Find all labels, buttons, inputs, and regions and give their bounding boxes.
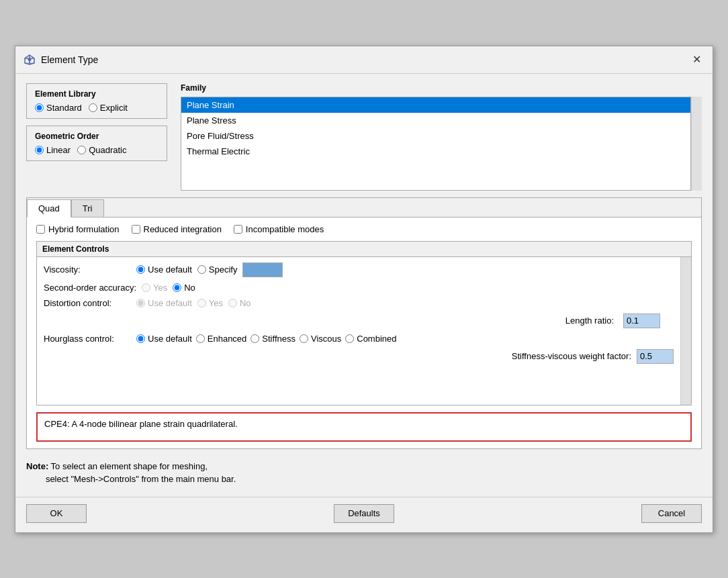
title-bar: Element Type ✕ [15, 46, 713, 74]
stiffness-viscous-row: Stiffness-viscous weight factor: [44, 349, 674, 364]
family-label: Family [181, 83, 702, 93]
incompatible-modes-check[interactable]: Incompatible modes [234, 224, 324, 234]
distortion-use-default[interactable]: Use default [136, 298, 192, 308]
element-controls-title: Element Controls [37, 242, 691, 257]
hourglass-viscous[interactable]: Viscous [300, 334, 341, 344]
reduced-integration-check[interactable]: Reduced integration [132, 224, 222, 234]
dialog-content: Element Library Standard Explicit Geomet… [15, 74, 713, 497]
defaults-group: Defaults [334, 504, 394, 523]
controls-inner: Viscosity: Use default Specify [37, 257, 680, 405]
viscosity-specify-input[interactable] [242, 262, 283, 277]
linear-radio[interactable]: Linear [35, 145, 71, 155]
element-library-label: Element Library [35, 89, 158, 99]
second-order-row: Second-order accuracy: Yes No [44, 283, 674, 293]
geometric-order-options: Linear Quadratic [35, 145, 158, 155]
family-panel: Family Plane Strain Plane Stress Pore Fl… [181, 83, 702, 191]
top-row: Element Library Standard Explicit Geomet… [26, 83, 702, 191]
element-desc-box: CPE4: A 4-node bilinear plane strain qua… [36, 412, 692, 442]
dialog-icon [24, 54, 36, 66]
dialog-title: Element Type [41, 54, 98, 65]
viscosity-use-default[interactable]: Use default [136, 264, 192, 275]
hourglass-enhanced[interactable]: Enhanced [196, 334, 247, 344]
note-section: Note: To select an element shape for mes… [26, 456, 702, 487]
explicit-radio[interactable]: Explicit [89, 103, 128, 113]
distortion-no[interactable]: No [228, 298, 251, 308]
distortion-label: Distortion control: [44, 298, 131, 308]
ok-group: OK [26, 504, 87, 523]
controls-scroll-wrapper: Viscosity: Use default Specify [37, 257, 691, 405]
second-order-yes[interactable]: Yes [142, 283, 167, 293]
checkboxes-row: Hybrid formulation Reduced integration I… [36, 224, 692, 234]
note-bold: Note: [26, 461, 48, 471]
controls-scrollbar[interactable] [680, 257, 691, 405]
family-item-plane-stress[interactable]: Plane Stress [181, 113, 690, 128]
tab-tri[interactable]: Tri [71, 199, 104, 217]
defaults-button[interactable]: Defaults [334, 504, 394, 523]
hourglass-stiffness[interactable]: Stiffness [251, 334, 295, 344]
distortion-yes[interactable]: Yes [197, 298, 223, 308]
standard-radio[interactable]: Standard [35, 103, 82, 113]
second-order-label: Second-order accuracy: [44, 283, 136, 293]
element-desc-wrapper: CPE4: A 4-node bilinear plane strain qua… [36, 412, 692, 442]
cancel-group: Cancel [641, 504, 702, 523]
hourglass-use-default[interactable]: Use default [136, 334, 192, 344]
second-order-options: Yes No [142, 283, 195, 293]
quadratic-radio[interactable]: Quadratic [77, 145, 126, 155]
family-list[interactable]: Plane Strain Plane Stress Pore Fluid/Str… [181, 97, 691, 191]
element-library-options: Standard Explicit [35, 103, 158, 113]
element-type-dialog: Element Type ✕ Element Library Standard … [15, 46, 713, 533]
tabs-area: Quad Tri Hybrid formulation Reduced inte… [26, 197, 702, 449]
title-bar-left: Element Type [24, 54, 98, 66]
hybrid-formulation-check[interactable]: Hybrid formulation [36, 224, 120, 234]
length-ratio-label: Length ratio: [565, 316, 614, 326]
element-controls-box: Element Controls Viscosity: Use default [36, 241, 692, 405]
ok-button[interactable]: OK [26, 504, 87, 523]
family-item-thermal[interactable]: Thermal Electric [181, 144, 690, 159]
element-description: CPE4: A 4-node bilinear plane strain qua… [44, 419, 238, 429]
hourglass-label: Hourglass control: [44, 334, 131, 344]
tab-quad[interactable]: Quad [27, 199, 71, 218]
second-order-no[interactable]: No [173, 283, 195, 293]
stiffness-viscous-label: Stiffness-viscous weight factor: [512, 351, 631, 361]
length-ratio-row: Length ratio: [44, 314, 660, 328]
length-ratio-input[interactable] [623, 314, 660, 328]
distortion-row: Distortion control: Use default Yes [44, 298, 674, 308]
family-item-plane-strain[interactable]: Plane Strain [181, 97, 690, 113]
element-library-panel: Element Library Standard Explicit [26, 83, 167, 119]
family-scroll-wrapper: Plane Strain Plane Stress Pore Fluid/Str… [181, 97, 702, 191]
geometric-order-panel: Geometric Order Linear Quadratic [26, 126, 167, 161]
tab-content: Hybrid formulation Reduced integration I… [27, 218, 701, 448]
viscosity-options: Use default Specify [136, 262, 283, 277]
viscosity-row: Viscosity: Use default Specify [44, 262, 674, 277]
distortion-options: Use default Yes No [136, 298, 251, 308]
family-item-pore-fluid[interactable]: Pore Fluid/Stress [181, 128, 690, 144]
cancel-button[interactable]: Cancel [641, 504, 702, 523]
note-text: To select an element shape for meshing, … [26, 461, 236, 485]
family-scrollbar[interactable] [691, 97, 702, 191]
bottom-buttons: OK Defaults Cancel [15, 497, 713, 532]
hourglass-row: Hourglass control: Use default Enhanced [44, 334, 674, 344]
hourglass-combined[interactable]: Combined [345, 334, 396, 344]
close-button[interactable]: ✕ [688, 52, 704, 68]
hourglass-options: Use default Enhanced Stiffness [136, 334, 397, 344]
geometric-order-label: Geometric Order [35, 132, 158, 141]
tab-header: Quad Tri [27, 198, 701, 218]
stiffness-viscous-input[interactable] [637, 349, 674, 364]
viscosity-label: Viscosity: [44, 264, 131, 275]
viscosity-specify[interactable]: Specify [197, 264, 238, 275]
